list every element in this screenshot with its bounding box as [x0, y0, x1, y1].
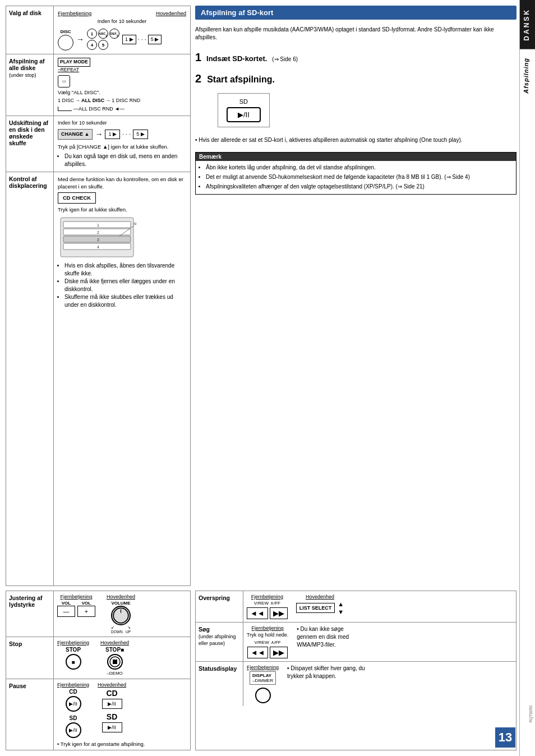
right-tab-container: DANSK Afspilning	[519, 0, 535, 756]
pause-content: Fjernbetjening CD ▶/II SD ▶/II Hovedenhe…	[54, 679, 190, 750]
justering-pair: Fjernbetjening VOL — VOL +	[57, 594, 187, 634]
udskiftning-bullet-1: Du kan også tage en disk ud, mens en and…	[64, 153, 186, 168]
sog-prev-btn[interactable]: ◄◄	[247, 647, 269, 658]
stop-btn-fjern[interactable]: ■	[66, 654, 81, 670]
valg-text: Vælg "ALL DISC".	[58, 89, 186, 96]
svg-rect-14	[113, 660, 117, 664]
pause-hoved-group: Hovedenhed CD ▶/II SD ▶/II	[98, 682, 126, 732]
prev-skip-btn[interactable]: ◄◄	[247, 607, 268, 619]
pause-cd-fjern-btn[interactable]: ▶/II	[66, 696, 81, 712]
note-item-2: Det er muligt at anvende SD-hukommelsesk…	[206, 173, 513, 181]
overspring-fjern-group: Fjernbetjening V/REW ∧/FF ◄◄ ▶▶	[247, 594, 288, 619]
kontrol-bullet-3: Skufferne må ikke skubbes eller trækkes …	[64, 293, 186, 309]
left-instruction-column: Valg af disk Fjernbetjening Hovedenhed I…	[6, 6, 191, 586]
disc-circle	[58, 35, 73, 50]
sog-btns: ◄◄ ▶▶	[247, 647, 288, 658]
num-row2: 4 5	[87, 40, 119, 50]
sog-vrew-labels: V/REW ∧/FF	[254, 640, 280, 645]
kontrol-bullet-1: Hvis en disk afspilles, åbnes den tilsva…	[64, 262, 186, 278]
stop-btn-hoved[interactable]	[107, 654, 123, 670]
pause-sd-hoved-btn[interactable]: ▶/II	[102, 722, 122, 732]
overspring-content: Fjernbetjening V/REW ∧/FF ◄◄ ▶▶	[243, 591, 516, 622]
overspring-pair: Fjernbetjening V/REW ∧/FF ◄◄ ▶▶	[247, 594, 513, 619]
stop-hoved-group: Hovedenhed STOP■ –DEMO	[100, 640, 129, 676]
status-row: Statusdisplay Fjernbetjening DISPLAY –DI…	[196, 662, 516, 706]
status-label: Statusdisplay	[196, 662, 243, 706]
sog-next-btn[interactable]: ▶▶	[270, 647, 288, 658]
rqt-code: RQT8050	[529, 706, 533, 722]
stop-icon-svg	[109, 656, 121, 667]
play-mode-icon[interactable]: ▭	[58, 75, 70, 87]
num-btn-3[interactable]: DEF3	[109, 29, 119, 39]
num-row1: 1 ABC2 DEF3	[87, 29, 119, 39]
kontrol-row: Kontrol af diskplacering Med denne funkt…	[6, 172, 190, 586]
volume-knob[interactable]	[111, 606, 131, 625]
num-btn-1[interactable]: 1	[87, 29, 97, 39]
pause-label: Pause	[6, 679, 54, 750]
num-btn-2[interactable]: ABC2	[98, 29, 108, 39]
change-button[interactable]: CHANGE ▲	[58, 129, 93, 140]
vol-minus-btn[interactable]: —	[57, 606, 75, 617]
afspilning-alle-row: Afspilning af alle diske (under stop) PL…	[6, 54, 190, 116]
kontrol-label: Kontrol af diskplacering	[6, 172, 54, 586]
cd-check-button[interactable]: CD CHECK	[58, 192, 96, 203]
justering-hoved-group: Hovedenhed VOLUME	[107, 594, 135, 634]
status-note: • Dispayet skifter hver gang, du trykker…	[287, 665, 371, 680]
valg-disk-headers: Fjernbetjening Hovedenhed	[58, 10, 186, 17]
dansk-tab: DANSK	[520, 0, 535, 49]
play-btn-5[interactable]: 5 ▶	[148, 35, 162, 44]
num-btn-5[interactable]: 5	[98, 40, 108, 50]
vrew-aff-labels: V/REW ∧/FF	[254, 601, 280, 606]
sd-kort-header: Afspilning af SD-kort	[195, 6, 516, 20]
disk-controls: DISC → 1 ABC2 DEF3	[58, 29, 186, 50]
stop-row: Stop Fjernbetjening STOP ■ Hovedenhed ST	[6, 637, 190, 679]
play-btn-1[interactable]: 1 ▶	[122, 35, 136, 44]
overspring-hoved-group: Hovedenhed LIST SELECT ▲	[296, 594, 344, 615]
num-btn-4[interactable]: 4	[87, 40, 97, 50]
display-btn[interactable]	[255, 688, 271, 703]
repeat-label: –REPEAT	[58, 67, 90, 73]
vol-minus-group: VOL —	[57, 601, 75, 617]
kontrol-content: Med denne funktion kan du kontrollere, o…	[54, 172, 190, 586]
sd-play-box: SD ▶/II	[218, 93, 270, 127]
svg-text:Skuffenummer: Skuffenummer	[133, 222, 136, 225]
step-btn-1[interactable]: 1 ▶	[105, 130, 120, 139]
sog-note: • Du kan ikke søge gennem en disk med WM…	[297, 625, 364, 649]
afspilning-alle-content: PLAY MODE –REPEAT ▭ Vælg "ALL DISC". 1 D…	[54, 54, 190, 116]
sd-label: SD	[239, 98, 248, 105]
note-box: Bemærk Åbn ikke kortets låg under afspil…	[195, 152, 516, 195]
vol-btns: VOL — VOL +	[57, 601, 95, 617]
kontrol-bullet-2: Diske må ikke fjernes eller ilægges unde…	[64, 278, 186, 293]
vol-arrows: ↙ ↘	[111, 625, 131, 630]
afspilning-tab: Afspilning	[520, 49, 535, 102]
pause-fjern-group: Fjernbetjening CD ▶/II SD ▶/II	[57, 682, 89, 738]
stop-hoved-text: STOP■	[105, 647, 124, 653]
ellipsis-row: 1 ▶ · · · 5 ▶	[122, 35, 162, 44]
status-pair: Fjernbetjening DISPLAY –DIMMER • Dispaye…	[247, 665, 513, 703]
justering-label: Justering af lydstyrke	[6, 591, 54, 637]
svg-text:4: 4	[97, 245, 99, 249]
ellipsis-group: 1 ▶ · · · 5 ▶	[122, 35, 162, 44]
step-btn-5[interactable]: 5 ▶	[133, 130, 148, 139]
bottom-left: Justering af lydstyrke Fjernbetjening VO…	[6, 591, 191, 750]
inden-label-udskift: Inden for 10 sekunder	[58, 119, 186, 127]
sog-fjern-group: Fjernbetjening Tryk og hold nede. V/REW …	[247, 625, 288, 658]
justering-content: Fjernbetjening VOL — VOL +	[54, 591, 190, 637]
sog-row: Søg (under afspilning eller pause) Fjern…	[196, 623, 516, 662]
svg-text:1: 1	[97, 223, 99, 227]
pause-sd-fjern-btn[interactable]: ▶/II	[66, 722, 81, 738]
list-select-btn[interactable]: LIST SELECT	[296, 603, 335, 613]
sd-kort-column: Afspilning af SD-kort Afspilleren kan ku…	[195, 6, 516, 586]
step1-heading: 1 Indsæt SD-kortet. (⇒ Side 6)	[195, 51, 516, 64]
sd-bullet-intro: • Hvis der allerede er sat et SD-kort i,…	[195, 136, 516, 144]
next-skip-btn[interactable]: ▶▶	[270, 607, 288, 619]
udskiftning-row: Udskiftning af en disk i den ønskede sku…	[6, 116, 190, 172]
tryk-igen-text: Tryk igen for at lukke skuffen.	[58, 206, 186, 213]
valg-disk-label: Valg af disk	[6, 6, 54, 54]
vol-plus-btn[interactable]: +	[77, 606, 95, 617]
pause-cd-hoved-btn[interactable]: ▶/II	[102, 699, 122, 709]
sd-play-pause-btn[interactable]: ▶/II	[227, 107, 261, 122]
tryk-hold-text: Tryk og hold nede.	[247, 632, 288, 638]
volume-knob-group: VOLUME ↙ ↘	[111, 601, 131, 634]
sog-content: Fjernbetjening Tryk og hold nede. V/REW …	[243, 623, 516, 661]
